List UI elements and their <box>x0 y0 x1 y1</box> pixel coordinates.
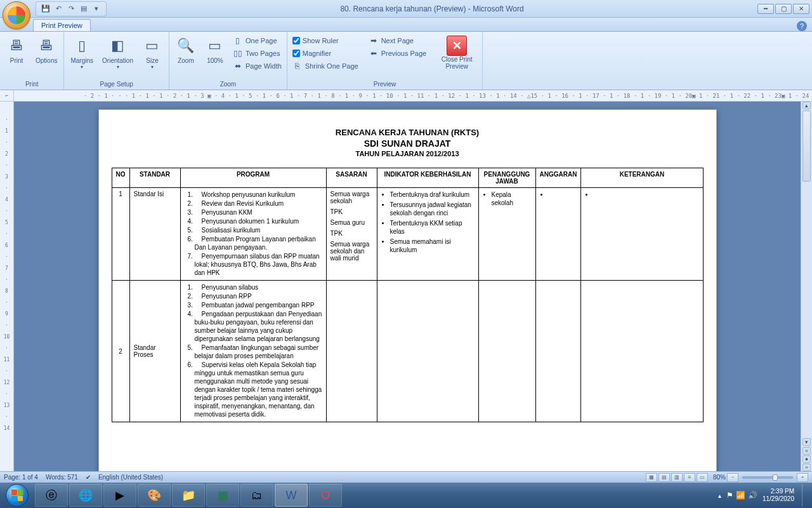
close-button[interactable]: ✕ <box>793 4 809 14</box>
th-anggaran: ANGGARAN <box>535 168 581 188</box>
group-page-setup-label: Page Setup <box>67 80 166 88</box>
show-desktop-button[interactable] <box>802 484 807 507</box>
shrink-one-page-button[interactable]: ⎘Shrink One Page <box>290 60 361 72</box>
size-icon: ▭ <box>142 36 162 56</box>
options-button[interactable]: 🖶Options <box>32 34 61 65</box>
scroll-up-button[interactable]: ▴ <box>802 102 811 109</box>
title-bar: 💾 ↶ ↷ ▤ ▾ 80. Rencana kerja tahunan (Pre… <box>0 0 812 18</box>
zoom-button[interactable]: 🔍Zoom <box>172 34 200 65</box>
qat-quickprint[interactable]: ▤ <box>78 3 89 15</box>
office-button[interactable] <box>3 1 30 29</box>
minimize-button[interactable]: ━ <box>757 4 774 14</box>
qat-undo[interactable]: ↶ <box>53 3 64 15</box>
magnifier-check[interactable]: Magnifier <box>290 47 361 60</box>
document-area: ·1·2·3·4·5·6·7·8·9·10·11·12·13·14 RENCAN… <box>0 102 812 471</box>
view-web-layout[interactable]: ▥ <box>671 473 683 482</box>
magnifier-checkbox[interactable] <box>292 50 300 57</box>
table-row: 2Standar Proses Penyusunan silabus Penyu… <box>112 281 703 422</box>
page-width-button[interactable]: ⬌Page Width <box>230 60 284 72</box>
document-page: RENCANA KERJA TAHUNAN (RKTS) SDI SUNAN D… <box>98 109 717 471</box>
status-page[interactable]: Page: 1 of 4 <box>4 474 38 481</box>
two-pages-button[interactable]: ▯▯Two Pages <box>230 47 284 60</box>
taskbar-word[interactable]: W <box>275 484 308 507</box>
vertical-scrollbar[interactable]: ▴ ▾ « ● » <box>801 102 812 471</box>
document-viewport[interactable]: RENCANA KERJA TAHUNAN (RKTS) SDI SUNAN D… <box>14 102 801 471</box>
prev-page-icon: ⬅ <box>369 48 379 58</box>
two-pages-icon: ▯▯ <box>233 48 243 58</box>
previous-page-button[interactable]: ⬅Previous Page <box>366 47 429 60</box>
taskbar-excel[interactable]: ▦ <box>206 484 239 507</box>
tray-show-hidden[interactable]: ▴ <box>718 492 721 499</box>
group-zoom-label: Zoom <box>172 80 284 88</box>
next-page-button[interactable]: ➡Next Page <box>366 34 429 47</box>
tray-action-center-icon[interactable]: ⚑ <box>726 491 733 500</box>
ruler-row: ⌐ · 2 · 1 · · · 1 · 1 · 1 · 2 · 1 · 3 ▣ … <box>0 90 812 102</box>
taskbar-wmp[interactable]: ▶ <box>103 484 136 507</box>
qat-save[interactable]: 💾 <box>40 3 51 15</box>
status-bar: Page: 1 of 4 Words: 571 ✔ English (Unite… <box>0 471 812 483</box>
size-button[interactable]: ▭Size▾ <box>138 34 166 71</box>
qat-redo[interactable]: ↷ <box>65 3 77 15</box>
doc-year: TAHUN PELAJARAN 2012/2013 <box>112 150 704 157</box>
tray-clock[interactable]: 2:39 PM 11/29/2020 <box>763 488 794 503</box>
start-button[interactable] <box>0 483 34 508</box>
taskbar-paint[interactable]: 🎨 <box>138 484 171 507</box>
print-button[interactable]: 🖶Print <box>3 34 30 65</box>
one-page-icon: ▯ <box>233 36 243 46</box>
document-table: NO STANDAR PROGRAM SASARAN INDIKATOR KEB… <box>112 168 704 422</box>
system-tray: ▴ ⚑ 📶 🔊 2:39 PM 11/29/2020 <box>718 484 812 507</box>
maximize-button[interactable]: ▢ <box>775 4 792 14</box>
group-preview: Show Ruler Magnifier ⎘Shrink One Page ➡N… <box>287 32 483 90</box>
one-page-button[interactable]: ▯One Page <box>230 34 284 47</box>
help-button[interactable]: ? <box>797 21 807 31</box>
page-icon: ▭ <box>205 36 225 56</box>
ribbon: 🖶Print 🖶Options Print ▯Margins▾ ◧Orienta… <box>0 32 812 90</box>
options-icon: 🖶 <box>36 36 56 56</box>
taskbar-ie[interactable]: ⓔ <box>35 484 68 507</box>
zoom-out-button[interactable]: − <box>727 473 738 482</box>
tab-print-preview[interactable]: Print Preview <box>33 19 91 31</box>
zoom-handle[interactable] <box>773 474 778 481</box>
zoom-level[interactable]: 80% <box>713 474 726 481</box>
taskbar-opera[interactable]: O <box>309 484 342 507</box>
margins-icon: ▯ <box>72 36 92 56</box>
th-indikator: INDIKATOR KEBERHASILAN <box>377 168 478 188</box>
show-ruler-checkbox[interactable] <box>292 37 300 44</box>
show-ruler-check[interactable]: Show Ruler <box>290 34 361 47</box>
tray-network-icon[interactable]: 📶 <box>736 491 745 500</box>
taskbar-folder[interactable]: 🗂 <box>240 484 273 507</box>
th-program: PROGRAM <box>180 168 326 188</box>
tray-volume-icon[interactable]: 🔊 <box>748 491 757 500</box>
orientation-button[interactable]: ◧Orientation▾ <box>98 34 137 71</box>
th-no: NO <box>112 168 129 188</box>
printer-icon: 🖶 <box>6 36 27 56</box>
prev-page-nav[interactable]: « <box>802 447 811 455</box>
vertical-ruler[interactable]: ·1·2·3·4·5·6·7·8·9·10·11·12·13·14 <box>0 102 14 471</box>
page-width-icon: ⬌ <box>233 61 243 71</box>
close-icon: ✕ <box>447 36 467 56</box>
proofing-icon[interactable]: ✔ <box>86 474 91 481</box>
taskbar-chrome[interactable]: 🌐 <box>69 484 102 507</box>
margins-button[interactable]: ▯Margins▾ <box>67 34 97 71</box>
orientation-icon: ◧ <box>108 36 128 56</box>
close-preview-button[interactable]: ✕ Close Print Preview <box>434 34 480 71</box>
zoom-slider[interactable] <box>742 476 793 479</box>
taskbar-explorer[interactable]: 📁 <box>172 484 205 507</box>
view-print-layout[interactable]: ▦ <box>646 473 657 482</box>
qat-customize[interactable]: ▾ <box>91 3 102 15</box>
horizontal-ruler[interactable]: · 2 · 1 · · · 1 · 1 · 1 · 2 · 1 · 3 ▣ · … <box>84 93 812 99</box>
tab-selector[interactable]: ⌐ <box>0 90 14 102</box>
ribbon-tabs: Print Preview ? <box>0 18 812 32</box>
scroll-down-button[interactable]: ▾ <box>802 438 811 446</box>
browse-object-button[interactable]: ● <box>802 455 811 463</box>
zoom-100-button[interactable]: ▭100% <box>201 34 229 65</box>
zoom-in-button[interactable]: + <box>797 473 808 482</box>
view-full-screen[interactable]: ▤ <box>658 473 670 482</box>
next-page-nav[interactable]: » <box>802 464 811 471</box>
view-outline[interactable]: ≡ <box>684 473 695 482</box>
status-language[interactable]: English (United States) <box>98 474 163 481</box>
status-words[interactable]: Words: 571 <box>46 474 78 481</box>
view-draft[interactable]: ▭ <box>697 473 708 482</box>
magnifier-icon: 🔍 <box>176 36 196 56</box>
th-sasaran: SASARAN <box>326 168 377 188</box>
